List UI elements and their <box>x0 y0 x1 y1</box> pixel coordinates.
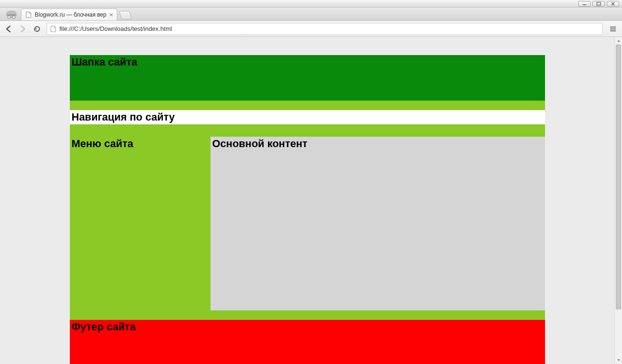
chrome-menu-button[interactable] <box>608 24 618 34</box>
back-button[interactable] <box>4 24 13 34</box>
browser-viewport: Шапка сайта Навигация по сайту Меню сайт… <box>0 37 622 364</box>
scroll-track[interactable] <box>615 45 622 356</box>
page-favicon-icon <box>25 11 32 18</box>
page-body: Шапка сайта Навигация по сайту Меню сайт… <box>0 37 614 364</box>
site-content-label: Основной контент <box>211 137 545 150</box>
svg-rect-5 <box>6 14 17 16</box>
site-container: Шапка сайта Навигация по сайту Меню сайт… <box>70 55 545 364</box>
scroll-thumb[interactable] <box>616 45 621 309</box>
window-close-button[interactable] <box>607 1 619 7</box>
address-bar[interactable] <box>47 23 603 35</box>
scroll-up-icon[interactable] <box>615 37 622 45</box>
site-menu-label: Меню сайта <box>70 137 211 150</box>
svg-point-6 <box>8 16 10 19</box>
browser-toolbar <box>0 21 622 37</box>
forward-button[interactable] <box>18 24 28 34</box>
tab-close-icon[interactable]: × <box>109 11 113 18</box>
browser-tab[interactable]: Blogwork.ru — блочная вер × <box>21 9 117 20</box>
window-maximize-button[interactable] <box>593 1 605 7</box>
site-header: Шапка сайта <box>70 55 545 101</box>
page-icon <box>50 26 57 32</box>
window-titlebar <box>0 0 622 8</box>
svg-rect-1 <box>597 2 601 5</box>
window-minimize-button[interactable] <box>578 1 591 7</box>
site-body: Меню сайта Основной контент <box>70 137 545 320</box>
svg-point-7 <box>12 16 15 19</box>
reload-button[interactable] <box>32 24 42 34</box>
url-input[interactable] <box>59 25 600 32</box>
incognito-icon <box>2 8 21 20</box>
vertical-scrollbar[interactable] <box>614 37 622 364</box>
site-menu: Меню сайта <box>70 137 211 320</box>
site-footer: Футер сайта <box>70 320 545 364</box>
site-footer-label: Футер сайта <box>70 320 545 333</box>
tab-strip: Blogwork.ru — блочная вер × <box>0 8 622 21</box>
site-content: Основной контент <box>211 137 545 310</box>
spacer <box>70 124 545 137</box>
scroll-down-icon[interactable] <box>615 356 622 364</box>
new-tab-button[interactable] <box>119 11 132 19</box>
tab-title: Blogwork.ru — блочная вер <box>35 11 106 18</box>
site-header-label: Шапка сайта <box>70 55 545 68</box>
site-nav-label: Навигация по сайту <box>70 110 545 123</box>
spacer <box>70 101 545 110</box>
browser-window: Blogwork.ru — блочная вер × <box>0 0 622 364</box>
site-nav: Навигация по сайту <box>70 110 545 124</box>
